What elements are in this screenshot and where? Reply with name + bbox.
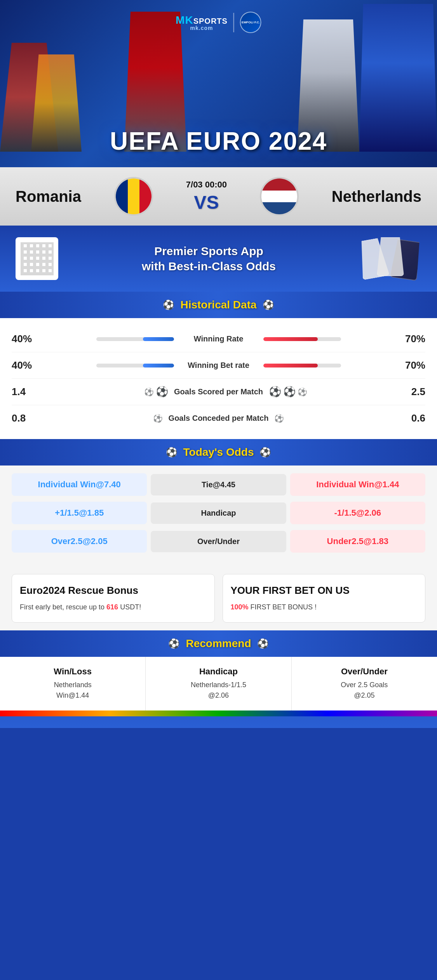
bottom-strip <box>0 710 437 716</box>
bonus-section: Euro2024 Rescue Bonus First early bet, r… <box>0 566 437 630</box>
vs-label: VS <box>194 192 219 213</box>
goal-icons-right-gc: ⚽ <box>274 414 394 423</box>
bonus-body-rescue: First early bet, rescue up to 616 USDT! <box>20 602 207 612</box>
flag-romania <box>114 177 153 216</box>
soccer-ball-icon-right: ⚽ <box>263 299 274 310</box>
odds-right-win[interactable]: Individual Win@1.44 <box>290 473 425 496</box>
half-ball-icon: ⚽ <box>144 387 154 397</box>
half-ball-icon-2: ⚽ <box>298 387 307 397</box>
odds-row-handicap: +1/1.5@1.85 Handicap -1/1.5@2.06 <box>12 502 425 524</box>
stat-bar-right-wr <box>263 337 341 341</box>
odds-center-win: Tie@4.45 <box>151 474 286 495</box>
stat-left-winning-rate: 40% <box>12 333 43 345</box>
qr-code <box>16 237 58 280</box>
promo-text: Premier Sports App with Best-in-Class Od… <box>66 243 352 274</box>
odds-ball-icon-left: ⚽ <box>166 447 178 458</box>
recommend-ball-icon-left: ⚽ <box>168 638 180 649</box>
recommend-body-winloss: Netherlands Win@1.44 <box>8 680 138 701</box>
recommend-section: ⚽ Recommend ⚽ Win/Loss Netherlands Win@1… <box>0 630 437 728</box>
stat-left-winning-bet: 40% <box>12 359 43 371</box>
odds-left-handicap[interactable]: +1/1.5@1.85 <box>12 502 147 524</box>
stat-row-winning-bet: 40% Winning Bet rate 70% <box>12 352 425 379</box>
stat-bar-container-gc: ⚽ Goals Conceded per Match ⚽ <box>43 414 394 423</box>
recommend-header-winloss: Win/Loss <box>8 667 138 677</box>
odds-left-overunder[interactable]: Over2.5@2.05 <box>12 530 147 553</box>
recommend-ball-icon-right: ⚽ <box>257 638 269 649</box>
stat-right-winning-rate: 70% <box>394 333 425 345</box>
netherlands-stripe-3 <box>261 202 297 214</box>
soccer-ball-icon-left: ⚽ <box>163 299 174 310</box>
stat-bar-right-wb <box>263 364 341 368</box>
recommend-grid: Win/Loss Netherlands Win@1.44 Handicap N… <box>0 657 437 710</box>
ball-icon-2: ⚽ <box>269 386 281 398</box>
event-title: UEFA EURO 2024 <box>110 127 327 156</box>
odds-row-overunder: Over2.5@2.05 Over/Under Under2.5@1.83 <box>12 530 425 553</box>
sports-text: SPORTS <box>193 17 228 25</box>
odds-right-handicap[interactable]: -1/1.5@2.06 <box>290 502 425 524</box>
stat-row-winning-rate: 40% Winning Rate 70% <box>12 326 425 352</box>
stat-bar-container-wr: Winning Rate <box>43 334 394 343</box>
stat-bar-container-gs: ⚽ ⚽ Goals Scored per Match ⚽ ⚽ ⚽ <box>43 386 394 398</box>
recommend-col-overunder: Over/Under Over 2.5 Goals @2.05 <box>292 657 437 710</box>
odds-right-overunder[interactable]: Under2.5@1.83 <box>290 530 425 553</box>
stat-left-goals-scored: 1.4 <box>12 386 43 398</box>
romania-stripe-3 <box>139 178 151 214</box>
stat-row-goals-scored: 1.4 ⚽ ⚽ Goals Scored per Match ⚽ ⚽ ⚽ 2.5 <box>12 379 425 405</box>
recommend-col-handicap: Handicap Netherlands-1/1.5 @2.06 <box>146 657 291 710</box>
odds-header: ⚽ Today's Odds ⚽ <box>0 439 437 466</box>
odds-left-win[interactable]: Individual Win@7.40 <box>12 473 147 496</box>
odds-row-win: Individual Win@7.40 Tie@4.45 Individual … <box>12 473 425 496</box>
stat-bar-left-wb <box>96 364 174 368</box>
qr-pattern <box>21 242 54 275</box>
stat-row-goals-conceded: 0.8 ⚽ Goals Conceded per Match ⚽ 0.6 <box>12 405 425 431</box>
ball-icon-3: ⚽ <box>283 386 296 398</box>
match-center-info: 7/03 00:00 VS <box>186 180 227 213</box>
ball-icon-1: ⚽ <box>156 386 168 398</box>
logo-divider <box>233 13 234 32</box>
stat-label-wr: Winning Rate <box>180 334 258 343</box>
recommend-header: ⚽ Recommend ⚽ <box>0 630 437 657</box>
odds-title: Today's Odds <box>183 446 254 458</box>
stat-label-wb: Winning Bet rate <box>180 361 258 370</box>
recommend-title: Recommend <box>186 637 251 650</box>
odds-center-handicap: Handicap <box>151 502 286 524</box>
flag-netherlands <box>260 177 299 216</box>
hero-section: MKSPORTS mk.com EMPOLI F.C. UEFA EURO 20… <box>0 0 437 167</box>
recommend-header-overunder: Over/Under <box>299 667 429 677</box>
phone-2 <box>377 237 404 276</box>
stat-right-goals-conceded: 0.6 <box>394 412 425 424</box>
team-left-name: Romania <box>16 188 81 205</box>
stat-bar-container-wb: Winning Bet rate <box>43 361 394 370</box>
romania-stripe-2 <box>128 178 140 214</box>
match-date: 7/03 00:00 <box>186 180 227 190</box>
stat-bar-right-fill-wb <box>263 364 318 368</box>
bonus-card-firstbet: YOUR FIRST BET ON US 100% FIRST BET BONU… <box>223 574 426 623</box>
goal-icons-left-gc: ⚽ <box>43 414 163 423</box>
promo-section: Premier Sports App with Best-in-Class Od… <box>0 226 437 292</box>
goal-icons-left-gs: ⚽ ⚽ <box>43 386 168 398</box>
stat-bar-right-fill-wr <box>263 337 318 341</box>
ball-icon-gc-left: ⚽ <box>153 414 163 423</box>
romania-stripe-1 <box>116 178 128 214</box>
stat-label-gs: Goals Scored per Match <box>174 387 263 396</box>
stat-bar-left-fill-wr <box>143 337 174 341</box>
stat-label-gc: Goals Conceded per Match <box>169 414 269 423</box>
historical-title: Historical Data <box>180 299 256 311</box>
stat-bar-left-fill-wb <box>143 364 174 368</box>
goal-icons-right-gs: ⚽ ⚽ ⚽ <box>269 386 394 398</box>
stat-bar-left-wr <box>96 337 174 341</box>
phone-mockups <box>359 237 421 280</box>
odds-section: Individual Win@7.40 Tie@4.45 Individual … <box>0 466 437 566</box>
netherlands-stripe-2 <box>261 191 297 203</box>
odds-center-overunder: Over/Under <box>151 531 286 552</box>
bonus-title-firstbet: YOUR FIRST BET ON US <box>231 584 418 597</box>
bonus-title-rescue: Euro2024 Rescue Bonus <box>20 584 207 597</box>
bonus-card-rescue: Euro2024 Rescue Bonus First early bet, r… <box>12 574 215 623</box>
netherlands-stripe-1 <box>261 178 297 191</box>
stat-right-goals-scored: 2.5 <box>394 386 425 398</box>
odds-ball-icon-right: ⚽ <box>259 447 271 458</box>
ball-icon-gc-right: ⚽ <box>274 414 284 423</box>
match-section: Romania 7/03 00:00 VS Netherlands <box>0 167 437 226</box>
player-5 <box>359 4 437 152</box>
mksports-brand: MKSPORTS mk.com <box>176 14 228 31</box>
